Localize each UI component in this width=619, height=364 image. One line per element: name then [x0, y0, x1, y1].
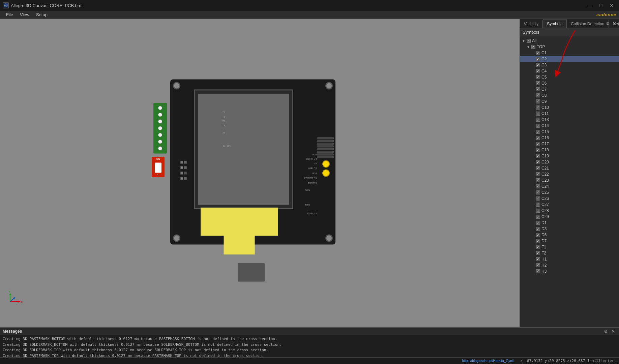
tree-checkbox-C4[interactable]: ✓: [536, 69, 540, 73]
tree-item-F2[interactable]: ✓F2: [520, 250, 619, 256]
tree-item-C21[interactable]: ✓C21: [520, 165, 619, 171]
tree-checkbox-C15[interactable]: ✓: [536, 130, 540, 134]
tree-item-C22[interactable]: ✓C22: [520, 171, 619, 177]
panel-close-button[interactable]: ✕: [612, 21, 618, 27]
tree-item-C11[interactable]: ✓C11: [520, 111, 619, 117]
tree-item-C15[interactable]: ✓C15: [520, 129, 619, 135]
tree-item-C18[interactable]: ✓C18: [520, 147, 619, 153]
tree-item-C9[interactable]: ✓C9: [520, 98, 619, 104]
tree-checkbox-C26[interactable]: ✓: [536, 196, 540, 201]
tree-item-D6[interactable]: ✓D6: [520, 232, 619, 238]
tree-item-C5[interactable]: ✓C5: [520, 74, 619, 80]
tree-checkbox-C23[interactable]: ✓: [536, 178, 540, 182]
tree-checkbox-C28[interactable]: ✓: [536, 209, 540, 213]
tree-item-C14[interactable]: ✓C14: [520, 123, 619, 129]
tree-item-C25[interactable]: ✓C25: [520, 189, 619, 195]
tree-checkbox-D1[interactable]: ✓: [536, 221, 540, 225]
tree-checkbox-C11[interactable]: ✓: [536, 112, 540, 116]
tree-checkbox-C1[interactable]: ✓: [536, 51, 540, 55]
tree-checkbox-C7[interactable]: ✓: [536, 87, 540, 91]
menu-view[interactable]: View: [17, 11, 33, 18]
tree-label-C17: C17: [541, 142, 549, 146]
tree-checkbox-F1[interactable]: ✓: [536, 245, 540, 249]
tree-item-top[interactable]: ▼✓TOP: [520, 44, 619, 50]
tree-item-C1[interactable]: ✓C1: [520, 50, 619, 56]
tree-item-C10[interactable]: ✓C10: [520, 104, 619, 111]
tree-checkbox-C21[interactable]: ✓: [536, 166, 540, 170]
tree-item-C3[interactable]: ✓C3: [520, 62, 619, 68]
tree-checkbox-C14[interactable]: ✓: [536, 124, 540, 128]
tree-item-C7[interactable]: ✓C7: [520, 86, 619, 92]
symbols-tree[interactable]: ▼✓All▼✓TOP✓C1✓C2✓C3✓C4✓C5✓C6✓C7✓C8✓C9✓C1…: [520, 36, 619, 327]
tree-item-C2[interactable]: ✓C2: [520, 56, 619, 62]
tree-checkbox-C19[interactable]: ✓: [536, 154, 540, 158]
close-button[interactable]: ✕: [607, 2, 616, 9]
tree-checkbox-D3[interactable]: ✓: [536, 227, 540, 231]
tree-item-D3[interactable]: ✓D3: [520, 226, 619, 232]
tree-label-H1: H1: [541, 257, 547, 262]
tree-checkbox-D7[interactable]: ✓: [536, 239, 540, 243]
tree-checkbox-C22[interactable]: ✓: [536, 172, 540, 176]
tree-item-C8[interactable]: ✓C8: [520, 92, 619, 98]
tree-checkbox-D6[interactable]: ✓: [536, 233, 540, 237]
status-link[interactable]: https://blog.csdn.net/Hanuta_Oyoil: [462, 359, 513, 363]
tree-checkbox-top[interactable]: ✓: [531, 45, 535, 49]
tree-item-C20[interactable]: ✓C20: [520, 159, 619, 165]
tree-toggle-all[interactable]: ▼: [521, 38, 526, 43]
tree-checkbox-C3[interactable]: ✓: [536, 63, 540, 67]
tree-item-C6[interactable]: ✓C6: [520, 80, 619, 86]
tree-checkbox-all[interactable]: ✓: [527, 39, 531, 43]
messages-pop-out-button[interactable]: ⧉: [603, 328, 609, 334]
tree-checkbox-H3[interactable]: ✓: [536, 269, 540, 273]
tree-item-H1[interactable]: ✓H1: [520, 256, 619, 262]
tree-checkbox-C18[interactable]: ✓: [536, 148, 540, 152]
tree-item-C13[interactable]: ✓C13: [520, 117, 619, 123]
panel-pop-out-button[interactable]: ⧉: [605, 21, 611, 27]
tree-item-C29[interactable]: ✓C29: [520, 214, 619, 220]
tree-item-H2[interactable]: ✓H2: [520, 262, 619, 268]
tree-item-H3[interactable]: ✓H3: [520, 268, 619, 274]
tree-checkbox-C25[interactable]: ✓: [536, 190, 540, 194]
tree-checkbox-C29[interactable]: ✓: [536, 215, 540, 219]
tree-item-all[interactable]: ▼✓All: [520, 38, 619, 44]
tree-item-C16[interactable]: ✓C16: [520, 135, 619, 141]
tab-collision[interactable]: Collision Detection: [567, 20, 609, 28]
menu-setup[interactable]: Setup: [33, 11, 51, 18]
tree-item-C17[interactable]: ✓C17: [520, 141, 619, 147]
maximize-button[interactable]: □: [596, 2, 606, 9]
tab-symbols[interactable]: Symbols: [543, 20, 567, 28]
menu-file[interactable]: File: [3, 11, 17, 18]
tree-item-C4[interactable]: ✓C4: [520, 68, 619, 74]
tree-item-D7[interactable]: ✓D7: [520, 238, 619, 244]
tree-item-C26[interactable]: ✓C26: [520, 195, 619, 202]
tree-item-C19[interactable]: ✓C19: [520, 153, 619, 159]
tree-item-F1[interactable]: ✓F1: [520, 244, 619, 250]
tab-visibility[interactable]: Visibility: [520, 20, 543, 28]
tree-checkbox-H2[interactable]: ✓: [536, 263, 540, 267]
minimize-button[interactable]: —: [585, 2, 595, 9]
tree-toggle-top[interactable]: ▼: [526, 44, 531, 49]
tree-checkbox-C13[interactable]: ✓: [536, 118, 540, 122]
tree-checkbox-C17[interactable]: ✓: [536, 142, 540, 146]
tree-checkbox-C24[interactable]: ✓: [536, 184, 540, 188]
tree-checkbox-C5[interactable]: ✓: [536, 75, 540, 79]
tree-item-C23[interactable]: ✓C23: [520, 177, 619, 183]
tree-checkbox-C10[interactable]: ✓: [536, 105, 540, 110]
tree-checkbox-C8[interactable]: ✓: [536, 93, 540, 97]
tree-item-C24[interactable]: ✓C24: [520, 183, 619, 189]
mount-hole-tl: [173, 82, 180, 89]
tree-checkbox-C2[interactable]: ✓: [536, 57, 540, 61]
tree-checkbox-H1[interactable]: ✓: [536, 257, 540, 261]
tree-checkbox-C27[interactable]: ✓: [536, 203, 540, 207]
tree-checkbox-C20[interactable]: ✓: [536, 160, 540, 164]
3d-viewport[interactable]: T1 T2 T3 T4 35 K - ON: [0, 19, 520, 327]
tree-checkbox-C16[interactable]: ✓: [536, 136, 540, 140]
tree-item-D1[interactable]: ✓D1: [520, 220, 619, 226]
tree-spacer: [531, 63, 535, 67]
tree-item-C27[interactable]: ✓C27: [520, 202, 619, 208]
tree-checkbox-C9[interactable]: ✓: [536, 99, 540, 103]
tree-checkbox-C6[interactable]: ✓: [536, 81, 540, 85]
tree-item-C28[interactable]: ✓C28: [520, 208, 619, 214]
messages-close-button[interactable]: ✕: [610, 328, 616, 334]
tree-checkbox-F2[interactable]: ✓: [536, 251, 540, 255]
